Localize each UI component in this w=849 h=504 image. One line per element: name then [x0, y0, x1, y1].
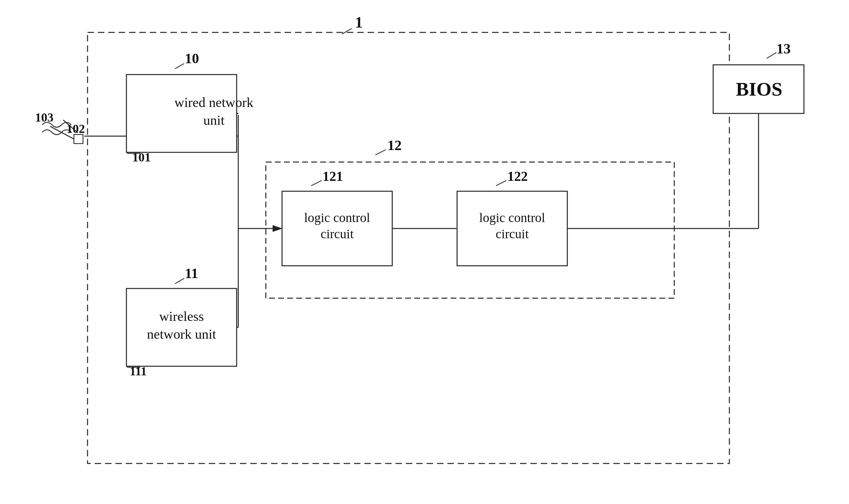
wireless-unit-text2: network unit	[147, 327, 216, 342]
logic2-text2: circuit	[496, 227, 529, 241]
label-10-text: 10	[185, 51, 199, 67]
svg-rect-24	[127, 141, 140, 153]
diagram-container: 1 13 10 11 12 121 122 102 103	[0, 0, 849, 504]
logic2-text: logic control	[479, 210, 545, 225]
label-12-text: 12	[387, 138, 402, 153]
label-111-text: 111	[130, 364, 147, 378]
svg-line-5	[175, 278, 184, 284]
label-11-text: 11	[185, 266, 198, 281]
svg-line-4	[175, 64, 184, 69]
wireless-unit-text: wireless	[159, 309, 204, 324]
label-121-text: 121	[323, 169, 343, 184]
svg-line-9	[50, 126, 75, 139]
svg-rect-29	[126, 288, 237, 366]
svg-rect-11	[74, 134, 83, 144]
svg-line-3	[767, 53, 776, 58]
label-1-text: 1	[355, 14, 363, 31]
svg-rect-25	[127, 355, 140, 367]
wired-unit-text2: unit	[203, 113, 225, 128]
svg-line-7	[311, 181, 322, 186]
wired-unit-text: wired network	[175, 95, 253, 110]
logic1-text2: circuit	[321, 227, 354, 241]
label-13-text: 13	[776, 41, 791, 57]
label-103-text: 103	[35, 110, 54, 124]
bios-label-text: BIOS	[736, 78, 782, 100]
svg-rect-28	[126, 74, 237, 152]
svg-rect-31	[282, 191, 392, 266]
label-122-text: 122	[507, 169, 528, 184]
svg-line-2	[342, 29, 352, 34]
label-101-text: 101	[132, 150, 151, 164]
logic1-text: logic control	[304, 210, 370, 225]
label-102-text: 102	[67, 122, 85, 136]
svg-rect-30	[266, 162, 674, 298]
svg-rect-27	[713, 65, 804, 113]
diagram-svg: 1 13 10 11 12 121 122 102 103	[0, 0, 849, 504]
svg-line-10	[63, 120, 78, 133]
svg-rect-26	[88, 32, 729, 464]
svg-line-8	[496, 181, 506, 186]
svg-line-6	[375, 150, 386, 155]
svg-rect-32	[457, 191, 567, 266]
